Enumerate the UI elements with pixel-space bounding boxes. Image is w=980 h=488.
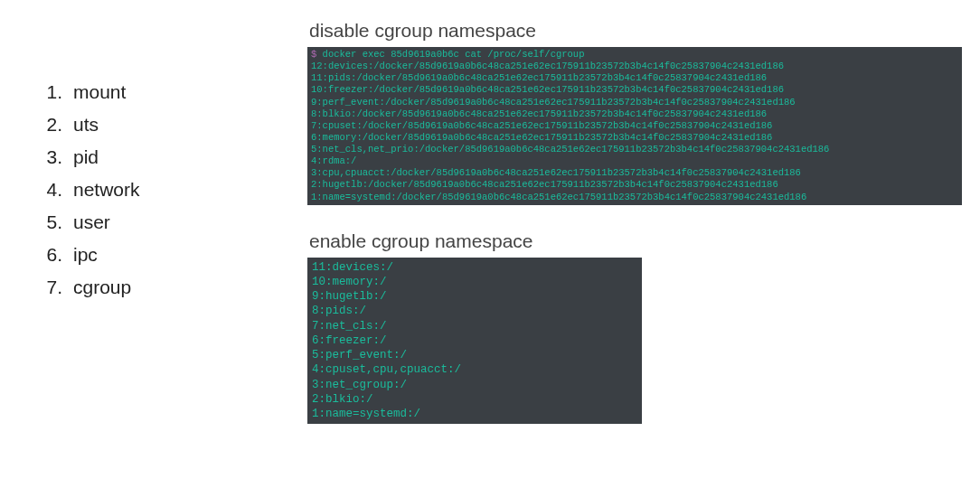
terminal-output-line: 6:freezer:/ [312,333,637,348]
list-item: 6. ipc [41,244,253,266]
section-title-enable: enable cgroup namespace [309,230,962,252]
list-item: 3. pid [41,146,253,168]
terminal-output-line: 9:hugetlb:/ [312,289,637,304]
terminal-output-line: 1:name=systemd:/docker/85d9619a0b6c48ca2… [311,192,958,203]
list-number: 4. [41,179,62,201]
list-item: 5. user [41,211,253,233]
terminal-output-line: 3:net_cgroup:/ [312,378,637,392]
terminal-output-line: 6:memory:/docker/85d9619a0b6c48ca251e62e… [311,132,958,144]
terminal-output-line: 5:net_cls,net_prio:/docker/85d9619a0b6c4… [311,144,958,155]
list-item: 1. mount [41,81,253,103]
section-title-disable: disable cgroup namespace [309,20,962,42]
terminal-output-line: 11:pids:/docker/85d9619a0b6c48ca251e62ec… [311,72,958,84]
terminal-output-line: 1:name=systemd:/ [312,407,637,421]
namespace-list: 1. mount 2. uts 3. pid 4. network 5. use… [18,18,253,470]
terminal-output-line: 8:pids:/ [312,304,637,318]
terminal-output-line: 9:perf_event:/docker/85d9619a0b6c48ca251… [311,97,958,108]
terminal-output-line: 7:net_cls:/ [312,319,637,333]
list-label: ipc [73,244,98,266]
terminal-output-line: 8:blkio:/docker/85d9619a0b6c48ca251e62ec… [311,108,958,120]
terminal-output-line: 12:devices:/docker/85d9619a0b6c48ca251e6… [311,61,958,72]
terminal-output-line: 10:memory:/ [312,275,637,289]
list-number: 2. [41,114,62,136]
list-number: 3. [41,146,62,168]
terminal-output-line: 2:blkio:/ [312,392,637,407]
list-item: 2. uts [41,114,253,136]
terminal-command-line: $ docker exec 85d9619a0b6c cat /proc/sel… [311,49,958,61]
terminal-output-line: 5:perf_event:/ [312,348,637,362]
terminal-output-line: 7:cpuset:/docker/85d9619a0b6c48ca251e62e… [311,120,958,132]
list-item: 7. cgroup [41,277,253,298]
list-label: pid [73,146,99,168]
terminal-enable: 11:devices:/ 10:memory:/ 9:hugetlb:/ 8:p… [307,258,642,425]
list-label: mount [73,81,126,103]
terminal-disable: $ docker exec 85d9619a0b6c cat /proc/sel… [307,47,962,205]
list-number: 7. [41,277,62,298]
terminal-column: disable cgroup namespace $ docker exec 8… [307,18,962,470]
list-label: user [73,211,110,233]
terminal-output-line: 2:hugetlb:/docker/85d9619a0b6c48ca251e62… [311,179,958,191]
list-label: uts [73,114,99,136]
list-number: 6. [41,244,62,266]
list-number: 1. [41,81,62,103]
terminal-output-line: 11:devices:/ [312,260,637,275]
list-item: 4. network [41,179,253,201]
terminal-output-line: 4:cpuset,cpu,cpuacct:/ [312,362,637,377]
list-label: cgroup [73,277,131,298]
list-label: network [73,179,140,201]
terminal-output-line: 10:freezer:/docker/85d9619a0b6c48ca251e6… [311,84,958,96]
terminal-output-line: 3:cpu,cpuacct:/docker/85d9619a0b6c48ca25… [311,167,958,179]
list-number: 5. [41,211,62,233]
terminal-output-line: 4:rdma:/ [311,155,958,167]
command-text: docker exec 85d9619a0b6c cat /proc/self/… [316,49,584,60]
